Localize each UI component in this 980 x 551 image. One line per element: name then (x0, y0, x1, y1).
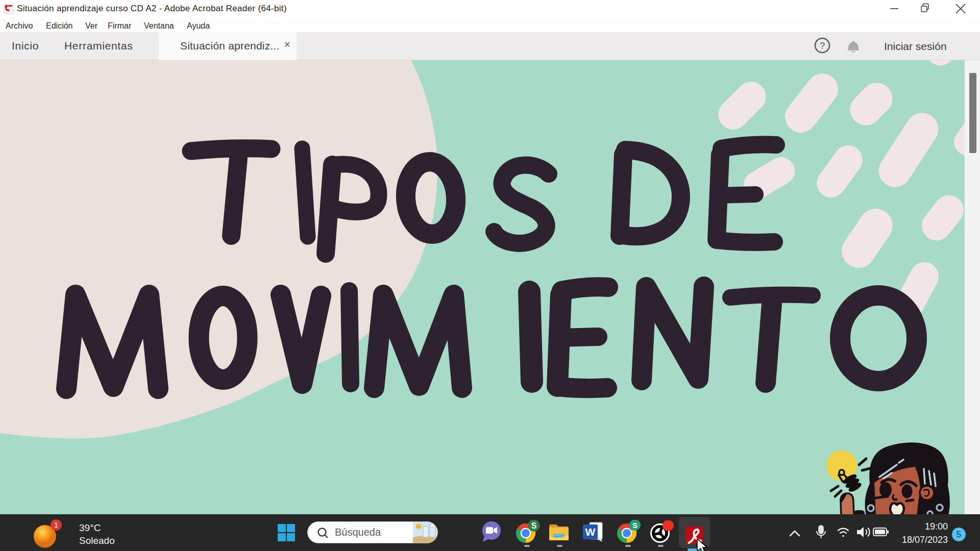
svg-text:1: 1 (54, 521, 58, 529)
svg-text:S: S (632, 521, 638, 530)
svg-text:S: S (531, 521, 537, 530)
svg-text:W: W (585, 526, 596, 538)
svg-text:?: ? (820, 40, 825, 51)
